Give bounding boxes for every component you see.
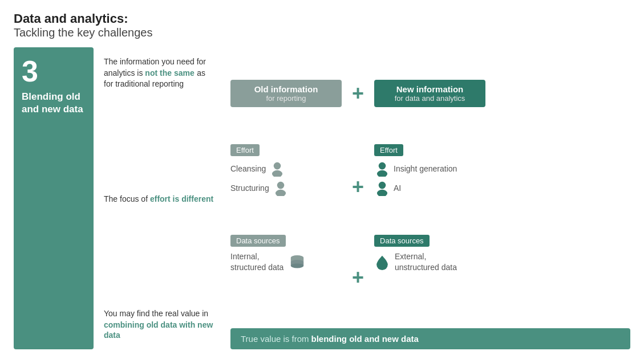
ai-item: AI — [374, 180, 401, 196]
svg-point-2 — [277, 181, 284, 189]
old-datasource-badge: Data sources — [230, 235, 286, 247]
svg-point-5 — [377, 170, 387, 176]
old-info-box: Old information for reporting — [230, 80, 342, 107]
plus-sign-1: + — [352, 81, 364, 105]
svg-point-7 — [377, 189, 387, 195]
middle-highlight-1: not the same — [145, 68, 194, 77]
internal-data-item: Internal,structured data — [230, 251, 306, 272]
new-effort-col: Effort Insight generation AI — [374, 144, 485, 199]
new-effort-badge: Effort — [374, 144, 403, 156]
middle-section-3: You may find the real value in combining… — [104, 303, 214, 346]
insight-label: Insight generation — [394, 164, 457, 173]
effort-row: Effort Cleansing Structuring + — [230, 142, 630, 233]
old-info-title: Old information — [237, 84, 335, 94]
structuring-label: Structuring — [230, 183, 269, 193]
main-content: 3 Blending oldand new data The informati… — [14, 47, 630, 349]
sidebar-label: Blending oldand new data — [22, 91, 86, 116]
diagram: Old information for reporting + New info… — [225, 47, 630, 349]
new-info-title: New information — [381, 84, 479, 94]
structuring-item: Structuring — [230, 180, 289, 196]
cleansing-icon — [269, 161, 285, 177]
svg-point-3 — [276, 189, 286, 195]
plus-sign-2: + — [352, 175, 364, 199]
ai-icon — [374, 180, 390, 196]
cleansing-label: Cleansing — [230, 164, 266, 173]
old-info-sub: for reporting — [237, 94, 335, 103]
old-effort-badge: Effort — [230, 144, 260, 156]
external-data-item: External,unstructured data — [374, 251, 457, 272]
page-title-light: Tackling the key challenges — [14, 26, 152, 39]
middle-highlight-2: effort is different — [150, 194, 213, 203]
middle-plain-2: The focus of — [104, 194, 150, 203]
middle-highlight-3: combining old data with new data — [104, 320, 213, 340]
datasource-row: Data sources Internal,structured data + … — [230, 232, 630, 324]
middle-section-1: The information you need for analytics i… — [104, 51, 214, 96]
new-datasource-badge: Data sources — [374, 235, 430, 247]
middle-plain-3: You may find the real value in — [104, 309, 208, 318]
old-datasource-col: Data sources Internal,structured data — [230, 235, 342, 272]
new-datasource-col: Data sources External,unstructured data — [374, 235, 485, 272]
blending-normal-text: True value is from — [241, 334, 309, 344]
sidebar: 3 Blending oldand new data — [14, 47, 94, 349]
internal-data-label: Internal,structured data — [230, 251, 283, 272]
svg-point-6 — [379, 181, 386, 189]
page-title-bold: Data and analytics: — [14, 11, 128, 26]
cleansing-item: Cleansing — [230, 161, 285, 177]
blending-bar: True value is from blending old and new … — [230, 328, 630, 349]
insight-icon — [374, 161, 390, 177]
middle-text: The information you need for analytics i… — [94, 47, 225, 349]
structuring-icon — [273, 180, 289, 196]
svg-point-1 — [272, 170, 282, 176]
blending-bold-text: blending old and new data — [311, 334, 418, 344]
old-effort-col: Effort Cleansing Structuring — [230, 144, 342, 199]
info-row: Old information for reporting + New info… — [230, 47, 630, 142]
external-data-label: External,unstructured data — [395, 251, 457, 272]
new-info-box: New information for data and analytics — [374, 80, 485, 107]
sidebar-number: 3 — [22, 56, 86, 86]
middle-section-2: The focus of effort is different — [104, 188, 214, 211]
svg-point-4 — [379, 162, 386, 169]
ai-label: AI — [394, 183, 401, 193]
new-info-sub: for data and analytics — [381, 94, 479, 103]
insight-item: Insight generation — [374, 161, 457, 177]
svg-point-12 — [291, 263, 303, 268]
svg-point-0 — [274, 162, 281, 169]
external-data-icon — [374, 254, 390, 270]
page-header: Data and analytics: Tackling the key cha… — [14, 11, 630, 39]
database-icon — [288, 253, 306, 271]
plus-sign-3: + — [352, 266, 364, 289]
